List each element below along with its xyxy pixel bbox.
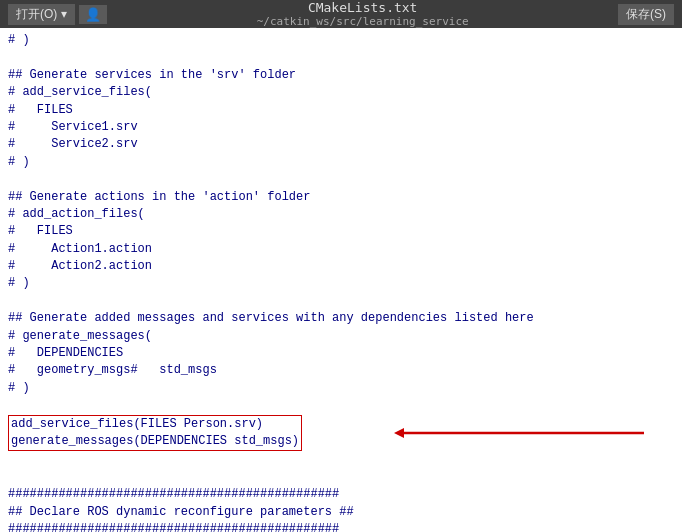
red-arrow-icon — [394, 423, 654, 443]
code-line — [8, 469, 674, 486]
code-line: ## Generate actions in the 'action' fold… — [8, 189, 674, 206]
open-button[interactable]: 打开(O) ▾ — [8, 4, 75, 25]
code-line: # Service2.srv — [8, 136, 674, 153]
code-line: # add_service_files( — [8, 84, 674, 101]
code-line: ########################################… — [8, 521, 674, 532]
svg-marker-1 — [394, 428, 404, 438]
code-line: # Service1.srv — [8, 119, 674, 136]
code-line: # add_action_files( — [8, 206, 674, 223]
code-line: # Action1.action — [8, 241, 674, 258]
titlebar-left: 打开(O) ▾ 👤 — [8, 4, 107, 25]
titlebar: 打开(O) ▾ 👤 CMakeLists.txt ~/catkin_ws/src… — [0, 0, 682, 28]
dropdown-arrow-icon: ▾ — [61, 7, 67, 21]
code-line: ########################################… — [8, 486, 674, 503]
code-line: # ) — [8, 32, 674, 49]
code-line: ## Generate added messages and services … — [8, 310, 674, 327]
file-path: ~/catkin_ws/src/learning_service — [107, 15, 618, 28]
save-button[interactable]: 保存(S) — [618, 4, 674, 25]
code-line — [8, 49, 674, 66]
code-line: # FILES — [8, 102, 674, 119]
code-line: ## Generate services in the 'srv' folder — [8, 67, 674, 84]
code-line: # DEPENDENCIES — [8, 345, 674, 362]
open-label: 打开(O) — [16, 6, 57, 23]
code-line: # geometry_msgs# std_msgs — [8, 362, 674, 379]
code-line: # generate_messages( — [8, 328, 674, 345]
code-line: ## Declare ROS dynamic reconfigure param… — [8, 504, 674, 521]
code-line: # ) — [8, 275, 674, 292]
user-icon: 👤 — [85, 7, 101, 22]
code-line — [8, 451, 674, 468]
code-line: # Action2.action — [8, 258, 674, 275]
code-line — [8, 397, 674, 414]
file-name: CMakeLists.txt — [107, 0, 618, 15]
code-line: # FILES — [8, 223, 674, 240]
code-line: # ) — [8, 380, 674, 397]
highlighted-line-1: add_service_files(FILES Person.srv) — [11, 416, 299, 433]
highlighted-line-2: generate_messages(DEPENDENCIES std_msgs) — [11, 433, 299, 450]
code-line — [8, 293, 674, 310]
code-line: # ) — [8, 154, 674, 171]
user-icon-button[interactable]: 👤 — [79, 5, 107, 24]
code-line — [8, 171, 674, 188]
titlebar-center: CMakeLists.txt ~/catkin_ws/src/learning_… — [107, 0, 618, 28]
editor-area[interactable]: # ) ## Generate services in the 'srv' fo… — [0, 28, 682, 532]
